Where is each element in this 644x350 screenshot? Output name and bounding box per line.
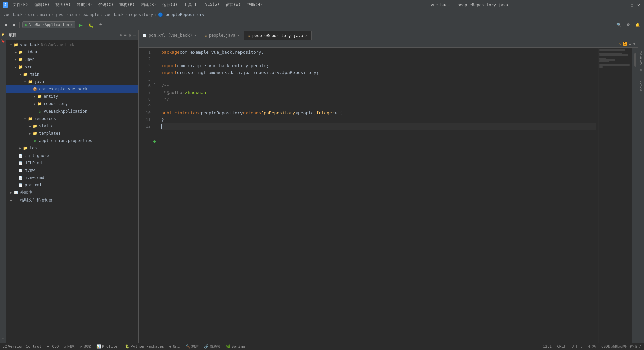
run-button[interactable]: ▶ <box>77 21 85 28</box>
tab-close-repository[interactable]: ✕ <box>305 33 308 38</box>
settings-button[interactable]: ⚙ <box>625 22 632 28</box>
close-button[interactable]: ✕ <box>636 2 641 8</box>
build-item[interactable]: 🔨 构建 <box>185 344 199 349</box>
sidebar-item-test[interactable]: ▶ 📁 test <box>6 144 138 152</box>
menu-view[interactable]: 视图(V) <box>53 1 73 8</box>
tree-arrow-main[interactable]: ▾ <box>18 72 23 77</box>
sidebar-item-static[interactable]: ▶ 📁 static <box>6 122 138 130</box>
breadcrumb-src[interactable]: src <box>28 12 35 17</box>
tree-arrow-src[interactable]: ▾ <box>13 64 18 69</box>
tree-arrow-test[interactable]: ▶ <box>18 146 23 150</box>
menu-build[interactable]: 构建(B) <box>138 1 159 8</box>
breadcrumb-java[interactable]: java <box>55 12 65 17</box>
scroll-thumb[interactable] <box>634 53 636 67</box>
problems-item[interactable]: ⚠ 问题 <box>64 344 75 349</box>
notifications-button[interactable]: 🔔 <box>633 22 642 28</box>
menu-help[interactable]: 帮助(H) <box>244 1 265 8</box>
tree-arrow-resources[interactable]: ▾ <box>23 116 28 121</box>
tree-arrow-package[interactable]: ▾ <box>28 87 32 91</box>
scroll-up-icon[interactable]: ▲ <box>629 42 631 46</box>
sidebar-item-java[interactable]: ▾ 📁 java <box>6 78 138 85</box>
menu-file[interactable]: 文件(F) <box>10 1 31 8</box>
python-packages-item[interactable]: 🐍 Python Packages <box>125 344 164 349</box>
coverage-button[interactable]: ☂ <box>97 22 104 28</box>
tree-arrow-entity[interactable]: ▶ <box>32 94 37 99</box>
sidebar-options-icon[interactable]: ⚙ <box>129 33 131 38</box>
run-config-dropdown-icon[interactable]: ▾ <box>70 23 73 27</box>
tab-overflow-icon[interactable]: ⋮ <box>629 35 635 40</box>
terminal-item[interactable]: ⚡ 终端 <box>80 344 91 349</box>
window-controls[interactable]: ─ ❐ ✕ <box>623 2 641 8</box>
tree-arrow-mvn[interactable]: ▶ <box>13 57 18 62</box>
toolbar-back-button[interactable]: ◀ <box>2 22 9 28</box>
sidebar-item-templates[interactable]: ▶ 📁 templates <box>6 130 138 137</box>
sidebar-item-src[interactable]: ▾ 📁 src <box>6 63 138 71</box>
tree-arrow-repository[interactable]: ▶ <box>32 101 37 106</box>
sidebar-locate-icon[interactable]: ⊕ <box>120 33 122 38</box>
tab-people-java[interactable]: ☕ people.java ✕ <box>201 31 244 40</box>
tree-arrow-vue-back[interactable]: ▾ <box>9 42 13 47</box>
maximize-button[interactable]: ❐ <box>629 2 635 8</box>
version-control-item[interactable]: ⎇ Version Control <box>3 344 41 349</box>
tree-arrow-templates[interactable]: ▶ <box>28 131 32 136</box>
sidebar-item-vuebackapp[interactable]: ▶ ☕ VueBackApplication <box>6 107 138 115</box>
tab-people-repository[interactable]: ☕ peopleRepository.java ✕ <box>244 31 312 40</box>
sidebar-item-repository[interactable]: ▶ 📁 repository <box>6 100 138 107</box>
code-line-12[interactable] <box>161 123 596 130</box>
sidebar-item-help-md[interactable]: ▶ 📄 HELP.md <box>6 159 138 167</box>
sidebar-item-resources[interactable]: ▾ 📁 resources <box>6 115 138 122</box>
code-editor[interactable]: package com.example.vue_back.repository;… <box>159 48 598 343</box>
sidebar-item-mvn[interactable]: ▶ 📁 .mvn <box>6 56 138 63</box>
structure-icon[interactable]: ≡ <box>0 336 6 341</box>
sidebar-item-package[interactable]: ▾ 📦 com.example.vue_back <box>6 85 138 93</box>
menu-tools[interactable]: 工具(T) <box>181 1 202 8</box>
search-everywhere-button[interactable]: 🔍 <box>614 22 623 28</box>
sidebar-item-main[interactable]: ▾ 📁 main <box>6 71 138 78</box>
tab-close-people[interactable]: ✕ <box>237 33 240 38</box>
minimize-button[interactable]: ─ <box>623 2 628 8</box>
sidebar-item-idea[interactable]: ▶ 📁 .idea <box>6 48 138 56</box>
sidebar-item-entity[interactable]: ▶ 📁 entity <box>6 93 138 100</box>
tree-arrow-scratch[interactable]: ▶ <box>9 198 13 202</box>
spring-item[interactable]: 🌿 Spring <box>226 344 245 349</box>
sidebar-tree[interactable]: ▾ 📁 vue_back D:\Vue\vue_back ▶ 📁 .idea ▶… <box>6 40 138 343</box>
profiler-item[interactable]: 📊 Profiler <box>96 344 120 349</box>
sidebar-item-external-libs[interactable]: ▶ 📊 外部库 <box>6 189 138 196</box>
breakpoints-item[interactable]: ⊕ 断点 <box>169 344 180 349</box>
menu-run[interactable]: 运行(U) <box>160 1 180 8</box>
menu-code[interactable]: 代码(C) <box>96 1 116 8</box>
sciview-label[interactable]: SciView <box>639 50 644 66</box>
sidebar-item-gitignore[interactable]: ▶ 📄 .gitignore <box>6 152 138 159</box>
sidebar-minimize-icon[interactable]: ─ <box>133 33 136 38</box>
maven-label[interactable]: Maven <box>639 80 644 91</box>
breadcrumb-example[interactable]: example <box>82 12 99 17</box>
menu-window[interactable]: 窗口(W) <box>223 1 244 8</box>
tree-arrow-idea[interactable]: ▶ <box>13 50 18 54</box>
sidebar-item-pom-xml[interactable]: ▶ 📄 pom.xml <box>6 181 138 189</box>
menu-vcs[interactable]: VCS(S) <box>202 1 222 8</box>
sidebar-item-mvnw[interactable]: ▶ 📄 mvnw <box>6 167 138 174</box>
project-panel-icon[interactable]: 📁 <box>0 32 6 37</box>
sidebar-collapse-icon[interactable]: ≡ <box>124 33 126 38</box>
scroll-down-icon[interactable]: ▼ <box>633 42 635 46</box>
breadcrumb-vue-back-pkg[interactable]: vue_back <box>104 12 124 17</box>
menu-edit[interactable]: 编辑(E) <box>32 1 52 8</box>
breadcrumb-repository[interactable]: repository <box>129 12 153 17</box>
menu-navigate[interactable]: 导航(N) <box>74 1 95 8</box>
debug-button[interactable]: 🐛 <box>86 21 96 28</box>
sidebar-item-scratch[interactable]: ▶ 🗒 临时文件和控制台 <box>6 196 138 204</box>
toolbar-forward-button[interactable]: ◀ <box>10 22 17 28</box>
run-config-selector[interactable]: ▶ VueBackApplication ▾ <box>22 21 75 28</box>
fold-icon-comment[interactable]: ▾ <box>153 81 155 85</box>
sidebar-item-application-props[interactable]: ▶ ⚙ application.properties <box>6 137 138 144</box>
breadcrumb-com[interactable]: com <box>70 12 77 17</box>
tree-arrow-java[interactable]: ▾ <box>23 79 28 84</box>
dependencies-item[interactable]: 🔗 依赖项 <box>204 344 221 349</box>
sidebar-item-mvnw-cmd[interactable]: ▶ 📄 mvnw.cmd <box>6 174 138 181</box>
breadcrumb-vue-back[interactable]: vue_back <box>3 12 23 17</box>
editor-content[interactable]: 1 2 3 4 5 6 7 8 9 10 11 12 ▾ ● <box>139 48 638 343</box>
menu-refactor[interactable]: 重构(R) <box>117 1 138 8</box>
tab-close-pom[interactable]: ✕ <box>194 33 197 38</box>
tree-arrow-ext-libs[interactable]: ▶ <box>9 190 13 195</box>
m-label[interactable]: m <box>639 68 644 71</box>
